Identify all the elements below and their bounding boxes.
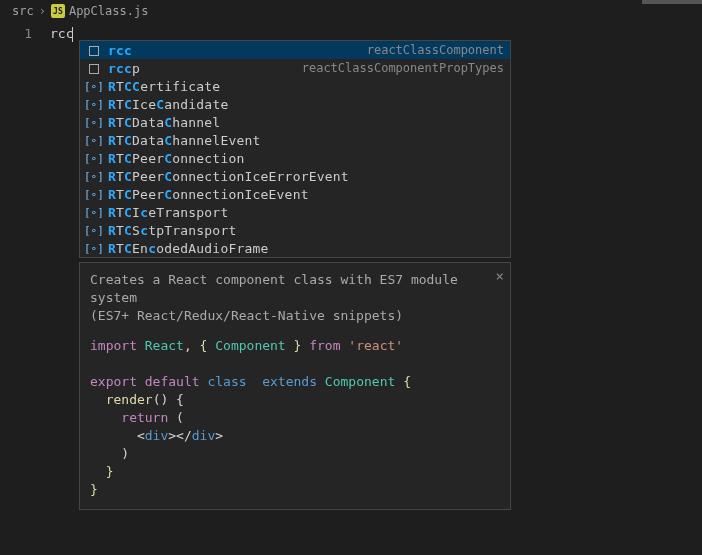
code-preview: import React, { Component } from 'react'… <box>90 337 500 499</box>
suggestion-item[interactable]: rccreactClassComponent <box>80 41 510 59</box>
snippet-icon <box>86 44 102 56</box>
suggestion-detail: reactClassComponentPropTypes <box>302 61 504 75</box>
suggestion-item[interactable]: rccpreactClassComponentPropTypes <box>80 59 510 77</box>
suggestion-label: RTCDataChannel <box>108 115 504 130</box>
suggestion-item[interactable]: [∘]RTCPeerConnectionIceEvent <box>80 185 510 203</box>
suggestion-label: RTCIceTransport <box>108 205 504 220</box>
suggestion-item[interactable]: [∘]RTCIceCandidate <box>80 95 510 113</box>
variable-icon: [∘] <box>86 80 102 93</box>
suggestion-label: RTCDataChannelEvent <box>108 133 504 148</box>
line-number-gutter: 1 <box>0 22 50 555</box>
suggestion-item[interactable]: [∘]RTCIceTransport <box>80 203 510 221</box>
suggestion-label: rccp <box>108 61 294 76</box>
suggestion-label: rcc <box>108 43 359 58</box>
suggestion-item[interactable]: [∘]RTCPeerConnectionIceErrorEvent <box>80 167 510 185</box>
suggestion-detail: reactClassComponent <box>367 43 504 57</box>
variable-icon: [∘] <box>86 170 102 183</box>
suggestion-item[interactable]: [∘]RTCDataChannelEvent <box>80 131 510 149</box>
variable-icon: [∘] <box>86 242 102 255</box>
minimap-indicator <box>642 0 702 4</box>
variable-icon: [∘] <box>86 116 102 129</box>
suggestion-item[interactable]: [∘]RTCSctpTransport <box>80 221 510 239</box>
variable-icon: [∘] <box>86 134 102 147</box>
code-line-1[interactable]: rcc <box>50 22 73 555</box>
text-cursor <box>72 27 73 42</box>
suggestion-item[interactable]: [∘]RTCPeerConnection <box>80 149 510 167</box>
breadcrumb-folder[interactable]: src <box>12 4 34 18</box>
variable-icon: [∘] <box>86 98 102 111</box>
typed-text: rcc <box>50 26 73 41</box>
close-icon[interactable]: × <box>496 267 504 285</box>
suggestion-item[interactable]: [∘]RTCEncodedAudioFrame <box>80 239 510 257</box>
snippet-icon <box>86 62 102 74</box>
variable-icon: [∘] <box>86 224 102 237</box>
suggestion-label: RTCEncodedAudioFrame <box>108 241 504 256</box>
suggestion-label: RTCCertificate <box>108 79 504 94</box>
breadcrumb: src › JS AppClass.js <box>0 0 702 22</box>
suggestion-description: Creates a React component class with ES7… <box>90 271 500 325</box>
suggestion-item[interactable]: [∘]RTCCertificate <box>80 77 510 95</box>
breadcrumb-separator: › <box>39 4 46 18</box>
js-file-icon: JS <box>51 4 65 18</box>
line-number: 1 <box>0 26 32 41</box>
intellisense-popup[interactable]: rccreactClassComponentrccpreactClassComp… <box>79 40 511 258</box>
variable-icon: [∘] <box>86 188 102 201</box>
suggestion-label: RTCPeerConnection <box>108 151 504 166</box>
suggestion-label: RTCIceCandidate <box>108 97 504 112</box>
suggestion-detail-panel: × Creates a React component class with E… <box>79 262 511 510</box>
suggestion-label: RTCPeerConnectionIceErrorEvent <box>108 169 504 184</box>
suggestion-item[interactable]: [∘]RTCDataChannel <box>80 113 510 131</box>
variable-icon: [∘] <box>86 206 102 219</box>
breadcrumb-file[interactable]: AppClass.js <box>69 4 148 18</box>
variable-icon: [∘] <box>86 152 102 165</box>
suggestion-label: RTCSctpTransport <box>108 223 504 238</box>
suggestion-label: RTCPeerConnectionIceEvent <box>108 187 504 202</box>
